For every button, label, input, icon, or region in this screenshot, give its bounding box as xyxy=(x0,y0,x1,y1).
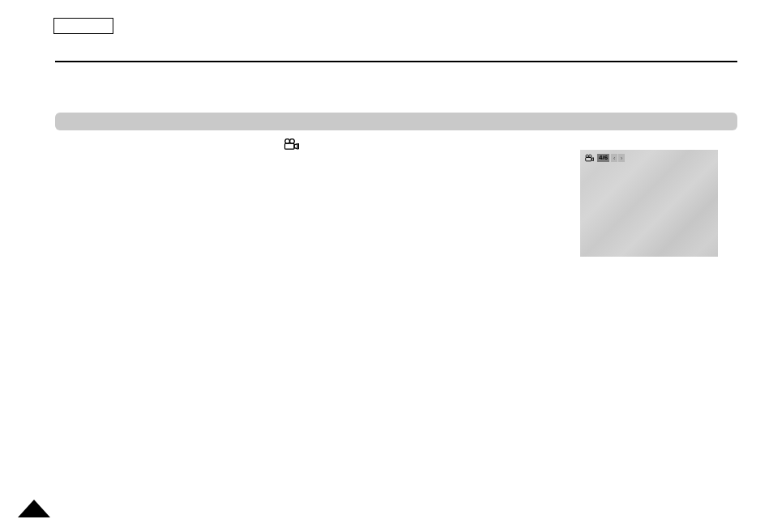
svg-point-5 xyxy=(589,155,591,157)
page-label-box xyxy=(53,18,113,34)
svg-point-0 xyxy=(285,139,290,144)
section-heading-bar xyxy=(55,113,737,130)
camcorder-mini-icon xyxy=(584,154,596,162)
horizontal-divider xyxy=(55,61,737,62)
clip-counter: 4/6 xyxy=(597,154,609,162)
lcd-screen-preview: 4/6 ‹ › xyxy=(580,150,718,257)
svg-point-1 xyxy=(290,139,295,144)
nav-arrows: ‹ › xyxy=(611,154,625,162)
svg-point-4 xyxy=(586,155,588,157)
nav-next[interactable]: › xyxy=(618,154,625,162)
nav-prev[interactable]: ‹ xyxy=(611,154,617,162)
status-strip: 4/6 ‹ › xyxy=(584,154,625,162)
svg-rect-2 xyxy=(285,143,295,149)
camcorder-icon xyxy=(283,138,301,151)
page-turn-triangle-icon xyxy=(18,500,50,517)
svg-rect-6 xyxy=(586,157,591,160)
